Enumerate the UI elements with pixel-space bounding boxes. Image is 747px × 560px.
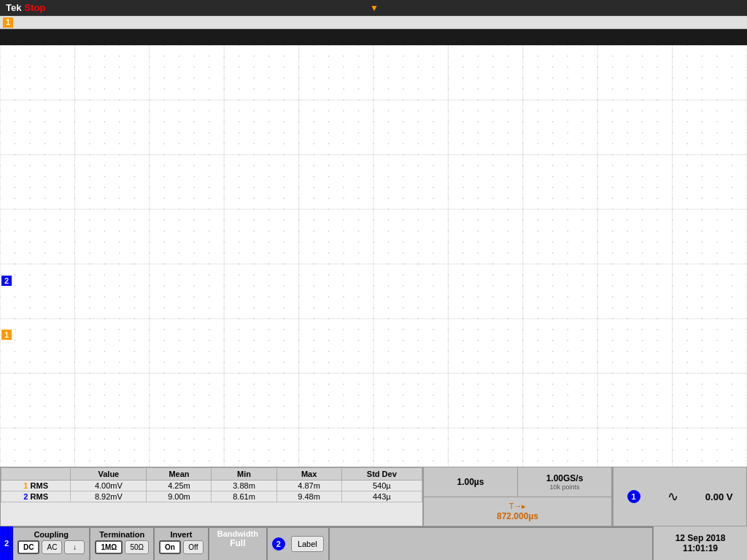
time-display: 11:01:19 <box>683 543 718 553</box>
coupling-group: Coupling DC AC ↓ <box>13 528 90 560</box>
col-header-mean: Mean <box>147 468 212 481</box>
bandwidth-group: Bandwidth Full <box>209 528 268 560</box>
ch-indicator-badge: 1 <box>627 490 640 503</box>
col-header-stddev: Std Dev <box>341 468 422 481</box>
ch2-mean-cell: 9.00m <box>147 491 212 502</box>
termination-50-button[interactable]: 50Ω <box>125 540 149 554</box>
table-row: 1 RMS 4.00mV 4.25m 3.88m 4.87m 540µ <box>1 481 422 491</box>
invert-group: Invert On Off <box>155 528 209 560</box>
col-header-max: Max <box>276 468 341 481</box>
measurement-table-area: Value Mean Min Max Std Dev 1 RMS 4.00mV … <box>0 467 423 526</box>
ch2-label-badge: 2 <box>272 537 285 551</box>
oscilloscope-screen: 2 1 1 10.0mV 2 10.0mV <box>0 45 747 483</box>
timing-panel: 1.00µs 1.00GS/s 10k points T→▸ 872.000µs <box>423 467 613 526</box>
ch2-value-cell: 8.92mV <box>71 491 147 502</box>
termination-1m-button[interactable]: 1MΩ <box>95 540 123 554</box>
table-row: 2 RMS 8.92mV 9.00m 8.61m 9.48m 443µ <box>1 491 422 502</box>
status-indicator: Stop <box>24 2 45 13</box>
col-header-value: Value <box>71 468 147 481</box>
invert-off-button[interactable]: Off <box>183 540 204 554</box>
date-display: 12 Sep 2018 <box>676 533 726 543</box>
ch1-top-badge: 1 <box>3 18 13 28</box>
ch1-type-cell: 1 RMS <box>1 481 71 491</box>
ch2-left-indicator: 2 <box>0 526 13 560</box>
timebase-cell: 1.00µs <box>424 467 518 497</box>
ch2-max-cell: 9.48m <box>276 491 341 502</box>
ch1-min-cell: 3.88m <box>212 481 276 491</box>
col-header-min: Min <box>212 468 276 481</box>
coupling-label: Coupling <box>34 530 69 539</box>
trigger-offset-value: 872.000µs <box>497 511 538 521</box>
coupling-dc-button[interactable]: DC <box>18 540 39 554</box>
ch1-value-cell: 4.00mV <box>71 481 147 491</box>
sample-rate-value: 1.00GS/s <box>546 473 584 483</box>
trigger-arrow-label: T→▸ <box>509 502 527 511</box>
voltage-readout: 0.00 V <box>705 491 733 502</box>
bandwidth-value: Full <box>230 538 245 548</box>
bandwidth-label: Bandwidth <box>217 529 258 538</box>
termination-group: Termination 1MΩ 50Ω <box>90 528 155 560</box>
control-bar: Coupling DC AC ↓ Termination 1MΩ 50Ω Inv… <box>13 526 747 560</box>
ch2-marker: 2 <box>1 276 12 286</box>
timebase-value: 1.00µs <box>457 477 484 487</box>
label-button[interactable]: Label <box>291 536 324 552</box>
ch1-max-cell: 4.87m <box>276 481 341 491</box>
ch1-stddev-cell: 540µ <box>341 481 422 491</box>
record-length: 10k points <box>549 483 579 491</box>
datetime-panel: 12 Sep 2018 11:01:19 <box>652 526 747 560</box>
channel-readout-panel: 1 ∿ 0.00 V <box>613 467 747 526</box>
col-header-type <box>1 468 71 481</box>
ch1-mean-cell: 4.25m <box>147 481 212 491</box>
ch2-type-cell: 2 RMS <box>1 491 71 502</box>
app-title: Tek <box>6 2 21 13</box>
trigger-position-indicator: ▼ <box>370 3 379 13</box>
screen-top-banner: 1 <box>0 16 747 29</box>
waveform-icon: ∿ <box>667 489 678 505</box>
ch2-min-cell: 8.61m <box>212 491 276 502</box>
trigger-offset-cell: T→▸ 872.000µs <box>424 497 612 526</box>
label-group: 2 Label <box>268 528 330 560</box>
sample-rate-cell: 1.00GS/s 10k points <box>518 467 612 497</box>
invert-label: Invert <box>170 530 192 539</box>
waveform-display <box>0 45 747 483</box>
ch2-stddev-cell: 443µ <box>341 491 422 502</box>
ch1-marker: 1 <box>1 330 12 340</box>
invert-on-button[interactable]: On <box>159 540 181 554</box>
spacer <box>330 528 701 560</box>
coupling-ac-button[interactable]: AC <box>42 540 62 554</box>
coupling-gnd-button[interactable]: ↓ <box>64 540 85 554</box>
termination-label: Termination <box>99 530 144 539</box>
measurement-table: Value Mean Min Max Std Dev 1 RMS 4.00mV … <box>1 467 422 502</box>
